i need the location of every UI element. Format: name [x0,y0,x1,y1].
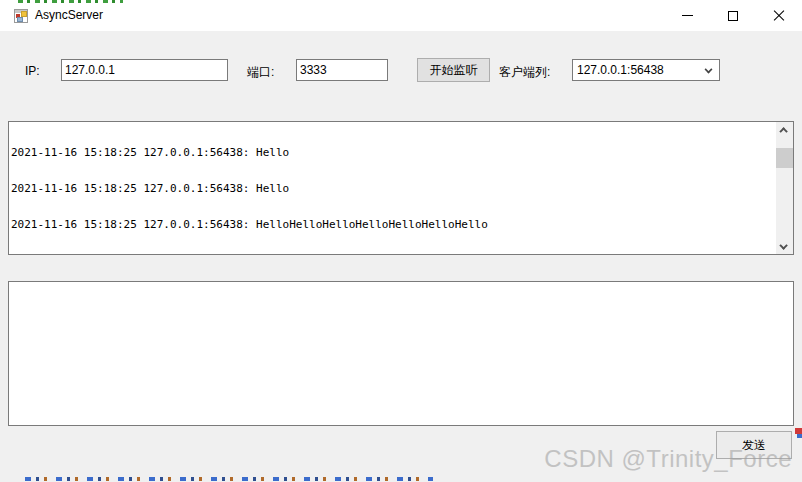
log-lines: 2021-11-16 15:18:25 127.0.0.1:56438: Hel… [11,123,774,253]
port-input[interactable] [296,59,388,81]
log-textbox[interactable]: 2021-11-16 15:18:25 127.0.0.1:56438: Hel… [8,121,794,255]
ip-label: IP: [25,64,40,78]
cutoff-ide-row-top [0,0,802,3]
clients-selected-value: 127.0.0.1:56438 [577,63,664,77]
log-line: 2021-11-16 15:18:25 127.0.0.1:56438: Hel… [11,219,774,231]
titlebar[interactable]: AsyncServer [0,0,802,31]
clients-combobox[interactable]: 127.0.0.1:56438 [572,59,720,81]
close-button[interactable] [756,0,802,31]
log-line: 2021-11-16 15:18:25 127.0.0.1:56438: Hel… [11,147,774,159]
maximize-button[interactable] [710,0,756,31]
close-icon [773,10,785,22]
ip-input[interactable] [61,59,228,81]
chevron-down-icon [705,66,713,74]
watermark-logo-fragment [795,428,802,438]
port-label: 端口: [247,64,274,81]
start-listen-button[interactable]: 开始监听 [417,58,490,82]
scroll-up-button[interactable] [776,122,793,137]
cutoff-text-fragment [18,0,123,3]
scroll-down-icon [779,241,787,249]
async-server-window: AsyncServer IP: 端口: 开始监听 客户端列: 127.0.0.1… [0,0,802,482]
cutoff-ide-row-bottom [25,477,433,481]
scroll-down-button[interactable] [776,239,793,254]
log-line: 2021-11-16 15:18:25 127.0.0.1:56438: Hel… [11,183,774,195]
clients-label: 客户端列: [499,64,550,81]
app-icon [14,9,28,23]
scrollbar-thumb[interactable] [776,148,793,168]
window-title: AsyncServer [35,8,103,22]
minimize-button[interactable] [664,0,710,31]
scroll-up-icon [779,127,787,135]
message-input[interactable] [8,281,794,426]
send-button[interactable]: 发送 [716,431,792,459]
minimize-icon [682,15,693,16]
maximize-icon [728,11,738,21]
log-vertical-scrollbar[interactable] [776,122,793,254]
